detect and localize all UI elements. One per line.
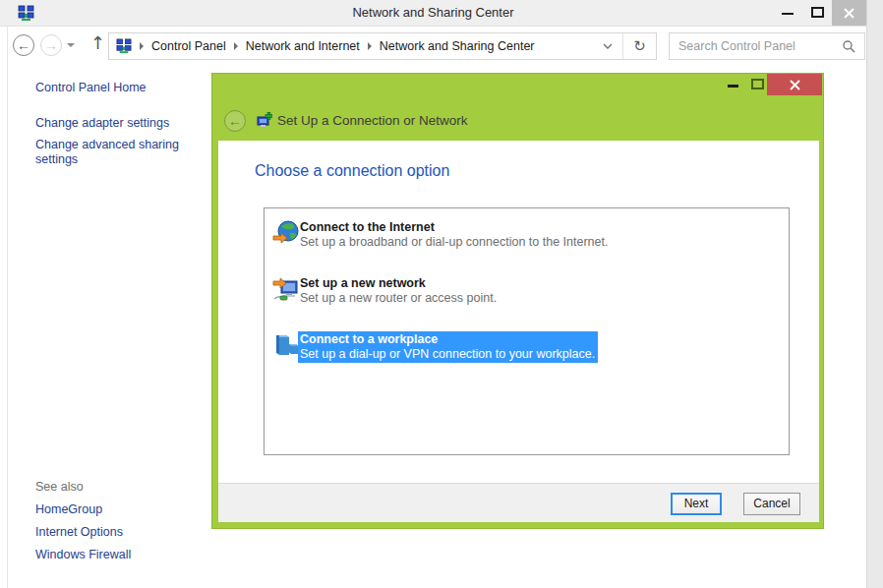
breadcrumb-network-and-internet[interactable]: Network and Internet [246, 39, 360, 53]
dialog-maximize-button[interactable] [751, 79, 764, 89]
option-set-up-new-network[interactable]: Set up a new network Set up a new router… [265, 272, 789, 321]
window-frame-left [7, 27, 8, 588]
breadcrumb-chevron-icon[interactable] [140, 42, 144, 50]
dialog-back-button[interactable]: ← [224, 110, 246, 132]
search-input[interactable] [678, 34, 836, 58]
see-also-header: See also [35, 480, 84, 494]
option-connect-to-internet[interactable]: Connect to the Internet Set up a broadba… [265, 216, 789, 265]
close-icon [844, 8, 854, 19]
sidebar-item-change-advanced-sharing[interactable]: Change advanced sharing settings [35, 138, 185, 167]
setup-connection-wizard: ← Set Up a Connection or Network Choose … [211, 73, 824, 529]
sidebar-item-windows-firewall[interactable]: Windows Firewall [35, 548, 131, 561]
next-button[interactable]: Next [671, 493, 722, 515]
dialog-heading: Choose a connection option [255, 162, 449, 180]
option-description: Set up a broadband or dial-up connection… [300, 235, 608, 249]
recent-pages-dropdown-icon[interactable] [67, 43, 75, 47]
window-title: Network and Sharing Center [0, 0, 866, 26]
breadcrumb-network-and-sharing-center[interactable]: Network and Sharing Center [380, 39, 535, 53]
sidebar-item-homegroup[interactable]: HomeGroup [35, 502, 102, 516]
connection-options-list: Connect to the Internet Set up a broadba… [264, 207, 790, 455]
sidebar-item-internet-options[interactable]: Internet Options [35, 525, 123, 539]
back-icon: ← [228, 113, 242, 129]
breadcrumb-control-panel[interactable]: Control Panel [151, 39, 226, 53]
close-icon [790, 80, 800, 90]
option-connect-to-workplace[interactable]: Connect to a workplace Set up a dial-up … [265, 328, 789, 377]
dialog-content: Choose a connection option Connect to th… [218, 141, 819, 483]
control-panel-location-icon [116, 38, 132, 54]
address-dropdown-icon[interactable] [603, 43, 613, 49]
forward-button[interactable]: → [40, 34, 62, 56]
search-box [669, 32, 865, 60]
dialog-title: Set Up a Connection or Network [277, 113, 468, 128]
setup-network-icon [256, 112, 272, 129]
breadcrumb-chevron-icon[interactable] [234, 42, 238, 50]
option-title: Connect to a workplace [300, 332, 595, 346]
cancel-button[interactable]: Cancel [743, 493, 800, 515]
option-description: Set up a dial-up or VPN connection to yo… [300, 347, 595, 361]
breadcrumb-chevron-icon[interactable] [368, 42, 372, 50]
new-network-icon [272, 275, 300, 303]
back-icon: ← [17, 37, 30, 53]
refresh-button[interactable]: ↻ [622, 33, 656, 59]
sidebar-item-control-panel-home[interactable]: Control Panel Home [35, 81, 147, 94]
up-icon: ↑ [90, 32, 105, 53]
dialog-close-button[interactable] [767, 74, 822, 95]
dialog-minimize-button[interactable] [728, 85, 738, 88]
refresh-icon: ↻ [633, 37, 646, 55]
up-button[interactable]: ↑ [90, 32, 105, 53]
search-icon[interactable] [843, 40, 855, 53]
close-button[interactable] [832, 0, 866, 26]
option-title: Connect to the Internet [300, 220, 608, 234]
option-title: Set up a new network [300, 276, 497, 290]
sidebar-item-change-adapter-settings[interactable]: Change adapter settings [35, 116, 169, 130]
maximize-button[interactable] [802, 0, 832, 26]
internet-globe-icon [272, 219, 300, 247]
window-frame-right [866, 0, 883, 588]
option-description: Set up a new router or access point. [300, 291, 497, 305]
workplace-buildings-icon [272, 331, 300, 359]
dialog-footer: Next Cancel [218, 483, 819, 522]
titlebar: Network and Sharing Center [0, 0, 866, 27]
network-and-sharing-center-window: Network and Sharing Center ← → ↑ Control… [0, 0, 883, 588]
forward-icon: → [44, 37, 58, 53]
address-bar[interactable]: Control Panel Network and Internet Netwo… [108, 32, 657, 60]
back-button[interactable]: ← [13, 34, 34, 56]
minimize-button[interactable] [773, 0, 802, 26]
